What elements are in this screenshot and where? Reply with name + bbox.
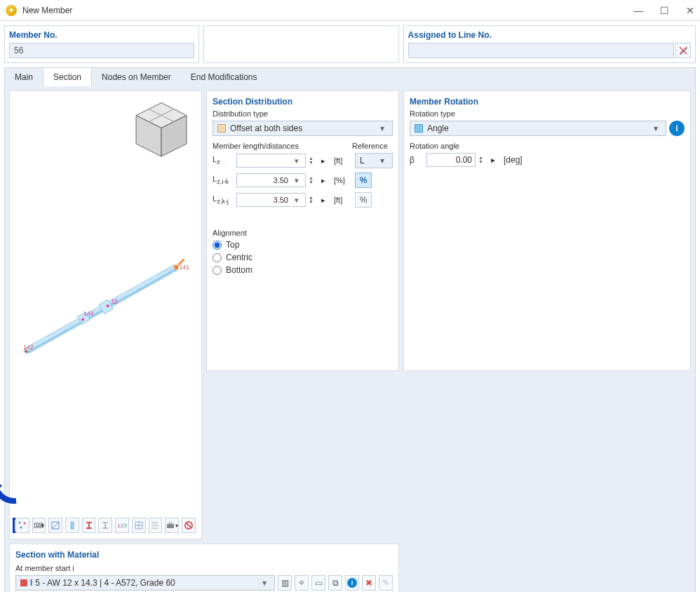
tab-end[interactable]: End Modifications [181, 68, 267, 86]
copy-icon[interactable]: ⧉ [328, 575, 342, 591]
red-swatch-icon [20, 579, 27, 586]
tab-main[interactable]: Main [5, 68, 43, 86]
chevron-down-icon: ▾ [377, 123, 388, 133]
vt-print-icon[interactable]: ▾ [165, 518, 179, 533]
maximize-button[interactable]: ☐ [660, 5, 669, 16]
member-no-value: 56 [14, 46, 23, 55]
svg-point-9 [174, 265, 179, 270]
lz-sym: Lz [213, 155, 234, 166]
delete-icon[interactable]: ✖ [362, 575, 376, 591]
assigned-panel: Assigned to Line No. [403, 25, 696, 63]
node-142: 142 [24, 344, 34, 351]
lz-unit: [ft] [334, 156, 351, 165]
play-icon[interactable]: ▸ [321, 176, 331, 185]
rot-type-select[interactable]: Angle ▾ [410, 121, 666, 136]
stepper-icon[interactable]: ▲▼ [309, 156, 318, 165]
window-title: New Member [22, 6, 633, 15]
member-no-input[interactable]: 56 [9, 43, 194, 58]
node-144: 144 [83, 310, 93, 317]
ibeam-icon: I [30, 578, 32, 588]
minimize-button[interactable]: — [633, 5, 643, 16]
spacer-panel [203, 25, 398, 63]
play-icon[interactable]: ▸ [321, 156, 331, 166]
dist-type-label: Distribution type [213, 109, 393, 118]
section-distribution-panel: Section Distribution Distribution type O… [206, 90, 399, 371]
alignment-label: Alignment [213, 229, 393, 237]
stepper-icon[interactable]: ▲▼ [309, 196, 318, 204]
assigned-input[interactable] [408, 43, 674, 58]
beta-input[interactable]: 0.00 [426, 153, 476, 167]
assigned-label: Assigned to Line No. [408, 30, 691, 40]
rotation-title: Member Rotation [410, 97, 685, 107]
lzik-unit: [%] [334, 176, 351, 184]
filter-icon[interactable]: ✎ [379, 575, 393, 591]
dist-type-swatch [217, 124, 226, 133]
percent-button-active[interactable]: % [355, 173, 372, 188]
svg-line-23 [52, 522, 59, 529]
info-icon[interactable]: i [669, 121, 685, 136]
dist-type-value: Offset at both sides [230, 123, 302, 133]
vt-num-icon[interactable]: 123 [115, 518, 129, 533]
preview-viewport[interactable]: 141 33 144 142 100▾ [9, 90, 202, 539]
callout-arrow-icon [0, 473, 22, 506]
vt-section-i-icon[interactable] [82, 518, 96, 533]
vt-grid-icon[interactable] [132, 518, 146, 533]
svg-rect-25 [167, 524, 174, 528]
secmat-title: Section with Material [15, 550, 393, 560]
align-top-radio[interactable]: Top [213, 240, 393, 250]
clear-assigned-icon[interactable] [675, 43, 691, 58]
lzik-sym: Lz,i-k [213, 175, 234, 185]
beta-unit: [deg] [504, 155, 525, 165]
vt-section-left-icon[interactable] [65, 518, 79, 533]
lz-input[interactable]: ▾ [236, 154, 306, 168]
tab-nodes[interactable]: Nodes on Member [92, 68, 181, 86]
align-bottom-radio[interactable]: Bottom [213, 265, 393, 275]
info-icon[interactable]: i [345, 575, 359, 591]
member-rotation-panel: Member Rotation Rotation type Angle ▾ i … [403, 90, 691, 371]
vt-length-icon[interactable]: 100▾ [32, 518, 46, 533]
stepper-icon[interactable]: ▲▼ [309, 176, 318, 184]
beta-symbol: β [410, 155, 424, 165]
svg-point-19 [20, 527, 22, 529]
len-label: Member length/distances [213, 142, 299, 150]
member-no-panel: Member No. 56 [4, 25, 199, 63]
start-value: 5 - AW 12 x 14.3 | 4 - A572, Grade 60 [35, 578, 175, 588]
vt-frame-icon[interactable] [48, 518, 62, 533]
ref-select[interactable]: L▾ [355, 153, 393, 168]
start-section-select[interactable]: I5 - AW 12 x 14.3 | 4 - A572, Grade 60 ▾ [15, 575, 275, 591]
rot-type-value: Angle [427, 123, 449, 133]
app-icon: ✦ [6, 5, 17, 16]
section-material-panel: Section with Material At member start i … [9, 544, 399, 592]
stepper-icon[interactable]: ▲▼ [478, 156, 488, 164]
close-button[interactable]: ✕ [686, 5, 694, 16]
chevron-down-icon: ▾ [650, 123, 661, 133]
rot-type-label: Rotation type [410, 109, 685, 118]
chevron-down-icon: ▾ [377, 156, 388, 166]
vt-section-i2-icon[interactable] [98, 518, 112, 533]
vt-reset-icon[interactable] [182, 518, 196, 533]
play-icon[interactable]: ▸ [321, 196, 331, 205]
play-icon[interactable]: ▸ [491, 155, 501, 165]
svg-point-13 [107, 304, 109, 307]
chevron-down-icon: ▾ [259, 578, 270, 588]
section-distribution-title: Section Distribution [213, 97, 393, 107]
tab-section[interactable]: Section [43, 67, 92, 86]
vt-list-icon[interactable] [149, 518, 163, 533]
titlebar: ✦ New Member — ☐ ✕ [0, 0, 700, 21]
node-33: 33 [111, 298, 118, 305]
new-icon[interactable]: ✧ [295, 575, 309, 591]
svg-rect-24 [71, 522, 74, 529]
svg-rect-26 [168, 522, 173, 524]
vt-points-icon[interactable] [15, 518, 29, 533]
edit-icon[interactable]: ▭ [311, 575, 325, 591]
svg-point-18 [23, 523, 25, 525]
lzik-input[interactable]: 3.50▾ [236, 173, 306, 187]
percent-button[interactable]: % [355, 192, 372, 208]
dist-type-select[interactable]: Offset at both sides ▾ [213, 121, 393, 136]
lzkj-input[interactable]: 3.50▾ [236, 193, 306, 207]
align-centric-radio[interactable]: Centric [213, 253, 393, 262]
svg-point-12 [81, 318, 84, 321]
ref-value: L [360, 156, 365, 166]
library-icon[interactable]: ▥ [278, 575, 292, 591]
node-141: 141 [180, 264, 189, 271]
